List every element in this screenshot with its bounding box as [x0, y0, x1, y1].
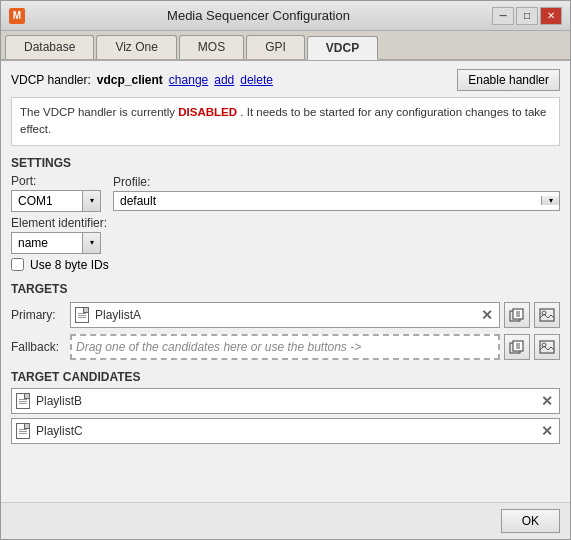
main-window: M Media Sequencer Configuration ─ □ ✕ Da…	[0, 0, 571, 540]
warning-prefix: The VDCP handler is currently	[20, 106, 175, 118]
tab-mos[interactable]: MOS	[179, 35, 244, 59]
targets-label: TARGETS	[11, 282, 560, 296]
use-8byte-row: Use 8 byte IDs	[11, 258, 560, 272]
svg-rect-12	[540, 341, 554, 353]
fallback-action2-button[interactable]	[534, 334, 560, 360]
candidates-area: TARGET CANDIDATES PlaylistB ✕ PlaylistC …	[11, 366, 560, 444]
element-id-dropdown-arrow[interactable]: ▾	[82, 233, 100, 253]
element-id-value: name	[12, 234, 82, 252]
app-icon: M	[9, 8, 25, 24]
image-icon-2	[539, 340, 555, 354]
candidate-item-0: PlaylistB ✕	[11, 388, 560, 414]
port-label: Port:	[11, 174, 101, 188]
settings-area: SETTINGS Port: COM1 ▾ Profile: default ▾	[11, 152, 560, 272]
primary-doc-icon	[75, 307, 89, 323]
port-dropdown-arrow[interactable]: ▾	[82, 191, 100, 211]
candidate-clear-0[interactable]: ✕	[539, 393, 555, 409]
copy-icon-2	[509, 340, 525, 354]
delete-link[interactable]: delete	[240, 73, 273, 87]
profile-dropdown-arrow[interactable]: ▾	[541, 196, 559, 205]
fallback-row: Fallback: Drag one of the candidates her…	[11, 334, 560, 360]
primary-input: PlaylistA ✕	[70, 302, 500, 328]
candidate-clear-1[interactable]: ✕	[539, 423, 555, 439]
tab-viz-one[interactable]: Viz One	[96, 35, 176, 59]
targets-area: TARGETS Primary: PlaylistA ✕	[11, 278, 560, 360]
handler-info: VDCP handler: vdcp_client change add del…	[11, 73, 273, 87]
footer: OK	[1, 502, 570, 539]
tab-database[interactable]: Database	[5, 35, 94, 59]
fallback-input: Drag one of the candidates here or use t…	[70, 334, 500, 360]
primary-action1-button[interactable]	[504, 302, 530, 328]
primary-text: PlaylistA	[95, 308, 475, 322]
handler-name: vdcp_client	[97, 73, 163, 87]
primary-action2-button[interactable]	[534, 302, 560, 328]
change-link[interactable]: change	[169, 73, 208, 87]
profile-label: Profile:	[113, 175, 560, 189]
window-title: Media Sequencer Configuration	[25, 8, 492, 23]
fallback-label: Fallback:	[11, 340, 66, 354]
minimize-button[interactable]: ─	[492, 7, 514, 25]
element-id-select[interactable]: name ▾	[11, 232, 101, 254]
primary-clear-button[interactable]: ✕	[479, 307, 495, 323]
candidate-item-1: PlaylistC ✕	[11, 418, 560, 444]
disabled-status: DISABLED	[178, 106, 237, 118]
use-8byte-checkbox[interactable]	[11, 258, 24, 271]
title-bar: M Media Sequencer Configuration ─ □ ✕	[1, 1, 570, 31]
settings-label: SETTINGS	[11, 156, 560, 170]
candidates-label: TARGET CANDIDATES	[11, 370, 560, 384]
maximize-button[interactable]: □	[516, 7, 538, 25]
candidate-doc-icon-0	[16, 393, 30, 409]
tab-gpi[interactable]: GPI	[246, 35, 305, 59]
image-icon	[539, 308, 555, 322]
warning-box: The VDCP handler is currently DISABLED .…	[11, 97, 560, 146]
primary-label: Primary:	[11, 308, 66, 322]
candidate-text-0: PlaylistB	[36, 394, 535, 408]
profile-field: Profile: default ▾	[113, 175, 560, 211]
tab-bar: Database Viz One MOS GPI VDCP	[1, 31, 570, 61]
close-button[interactable]: ✕	[540, 7, 562, 25]
fallback-action1-button[interactable]	[504, 334, 530, 360]
primary-row: Primary: PlaylistA ✕	[11, 302, 560, 328]
handler-links: change add delete	[169, 73, 273, 87]
candidate-doc-icon-1	[16, 423, 30, 439]
port-value: COM1	[12, 192, 82, 210]
handler-row: VDCP handler: vdcp_client change add del…	[11, 69, 560, 91]
svg-rect-5	[540, 309, 554, 321]
handler-label: VDCP handler:	[11, 73, 91, 87]
element-id-label: Element identifier:	[11, 216, 560, 230]
tab-vdcp[interactable]: VDCP	[307, 36, 378, 60]
use-8byte-label: Use 8 byte IDs	[30, 258, 109, 272]
profile-value: default	[114, 192, 541, 210]
enable-handler-button[interactable]: Enable handler	[457, 69, 560, 91]
profile-select[interactable]: default ▾	[113, 191, 560, 211]
port-field: Port: COM1 ▾	[11, 174, 101, 212]
port-profile-row: Port: COM1 ▾ Profile: default ▾	[11, 174, 560, 212]
element-id-field: Element identifier: name ▾	[11, 216, 560, 254]
copy-icon	[509, 308, 525, 322]
title-bar-buttons: ─ □ ✕	[492, 7, 562, 25]
candidate-text-1: PlaylistC	[36, 424, 535, 438]
tab-content: VDCP handler: vdcp_client change add del…	[1, 61, 570, 502]
fallback-placeholder: Drag one of the candidates here or use t…	[76, 340, 494, 354]
ok-button[interactable]: OK	[501, 509, 560, 533]
port-select[interactable]: COM1 ▾	[11, 190, 101, 212]
add-link[interactable]: add	[214, 73, 234, 87]
